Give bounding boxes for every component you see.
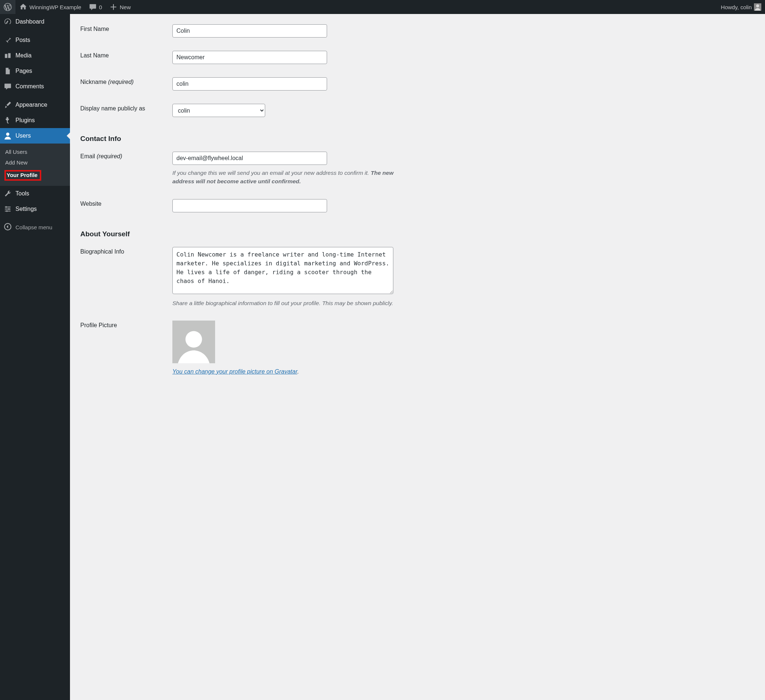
email-input[interactable]: [172, 152, 327, 165]
comment-icon: [89, 3, 97, 11]
menu-media-label: Media: [16, 52, 31, 59]
collapse-icon: [4, 223, 12, 232]
menu-pages-label: Pages: [16, 68, 32, 74]
bio-label: Biographical Info: [80, 248, 124, 255]
menu-media[interactable]: Media: [0, 48, 70, 63]
nickname-label: Nickname (required): [80, 79, 134, 85]
menu-dashboard-label: Dashboard: [16, 19, 44, 25]
menu-settings-label: Settings: [16, 206, 37, 212]
menu-posts[interactable]: Posts: [0, 32, 70, 48]
plug-icon: [4, 116, 12, 124]
about-yourself-heading: About Yourself: [80, 219, 428, 240]
greeting-label: Howdy, colin: [721, 4, 752, 10]
nickname-input[interactable]: [172, 77, 327, 91]
submenu-add-new[interactable]: Add New: [0, 157, 70, 168]
brush-icon: [4, 101, 12, 109]
new-content-label: New: [120, 4, 131, 10]
display-name-select[interactable]: colin: [172, 104, 265, 117]
menu-posts-label: Posts: [16, 37, 30, 44]
comments-menu[interactable]: 0: [85, 0, 106, 14]
sliders-icon: [4, 205, 12, 213]
menu-dashboard[interactable]: Dashboard: [0, 14, 70, 30]
home-icon: [19, 3, 27, 11]
first-name-input[interactable]: [172, 24, 327, 38]
wordpress-logo-icon: [4, 3, 12, 11]
first-name-label: First Name: [80, 26, 109, 32]
comments-icon: [4, 82, 12, 91]
menu-users[interactable]: Users: [0, 128, 70, 144]
gravatar-link[interactable]: You can change your profile picture on G…: [172, 369, 297, 375]
menu-settings[interactable]: Settings: [0, 201, 70, 217]
submenu-users: All Users Add New Your Profile: [0, 144, 70, 186]
profile-picture-avatar: [172, 320, 215, 363]
pages-icon: [4, 67, 12, 75]
profile-form: First Name Last Name Nickname (required)…: [80, 18, 428, 381]
menu-tools[interactable]: Tools: [0, 186, 70, 201]
bio-textarea[interactable]: [172, 247, 394, 294]
highlight-box: Your Profile: [5, 170, 41, 181]
svg-rect-5: [6, 210, 7, 212]
menu-comments[interactable]: Comments: [0, 79, 70, 94]
user-icon: [4, 132, 12, 140]
last-name-input[interactable]: [172, 51, 327, 64]
svg-point-7: [186, 331, 202, 347]
website-label: Website: [80, 201, 102, 207]
wp-logo-menu[interactable]: [0, 0, 16, 14]
menu-tools-label: Tools: [16, 190, 29, 197]
media-icon: [4, 52, 12, 60]
menu-comments-label: Comments: [16, 83, 44, 90]
my-account-menu[interactable]: Howdy, colin: [717, 0, 765, 14]
contact-info-heading: Contact Info: [80, 124, 428, 145]
svg-point-2: [6, 132, 9, 136]
menu-plugins[interactable]: Plugins: [0, 113, 70, 128]
profile-picture-label: Profile Picture: [80, 322, 117, 328]
site-name-label: WinningWP Example: [30, 4, 82, 10]
plus-icon: [109, 3, 118, 11]
submenu-your-profile[interactable]: Your Profile: [0, 168, 70, 183]
admin-toolbar: WinningWP Example 0 New Howdy, colin: [0, 0, 765, 14]
dashboard-icon: [4, 18, 12, 26]
svg-rect-4: [8, 208, 9, 210]
site-name-menu[interactable]: WinningWP Example: [16, 0, 85, 14]
submenu-your-profile-label: Your Profile: [6, 172, 38, 178]
website-input[interactable]: [172, 199, 327, 212]
user-avatar-icon: [754, 3, 761, 11]
svg-rect-3: [6, 206, 6, 207]
comments-count: 0: [99, 4, 102, 10]
wrench-icon: [4, 190, 12, 198]
submenu-all-users[interactable]: All Users: [0, 146, 70, 157]
display-name-label: Display name publicly as: [80, 105, 145, 111]
menu-appearance[interactable]: Appearance: [0, 97, 70, 113]
last-name-label: Last Name: [80, 52, 109, 58]
gravatar-paragraph: You can change your profile picture on G…: [172, 369, 424, 375]
menu-appearance-label: Appearance: [16, 102, 47, 108]
menu-users-label: Users: [16, 132, 31, 139]
email-label: Email (required): [80, 153, 122, 159]
new-content-menu[interactable]: New: [106, 0, 134, 14]
collapse-menu[interactable]: Collapse menu: [0, 219, 70, 235]
collapse-menu-label: Collapse menu: [16, 224, 52, 231]
menu-pages[interactable]: Pages: [0, 63, 70, 79]
admin-sidebar: Dashboard Posts Media Pages Comments App…: [0, 14, 70, 700]
pin-icon: [4, 36, 12, 44]
email-description: If you change this we will send you an e…: [172, 169, 401, 186]
svg-point-1: [756, 5, 759, 7]
bio-description: Share a little biographical information …: [172, 299, 401, 307]
content-area: First Name Last Name Nickname (required)…: [70, 0, 765, 404]
menu-plugins-label: Plugins: [16, 117, 35, 124]
